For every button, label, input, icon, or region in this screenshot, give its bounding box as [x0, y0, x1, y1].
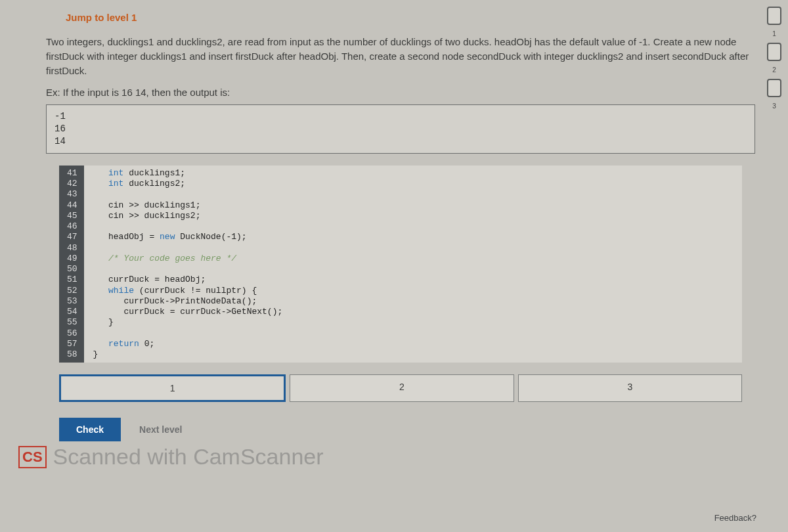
- example-output: -1 16 14: [46, 104, 755, 154]
- rail-label-3: 3: [772, 102, 776, 110]
- right-rail: 1 2 3: [767, 7, 781, 110]
- check-button[interactable]: Check: [59, 418, 121, 441]
- rail-box-2[interactable]: [767, 43, 781, 61]
- problem-instructions: Two integers, ducklings1 and ducklings2,…: [46, 35, 755, 78]
- feedback-link[interactable]: Feedback?: [714, 513, 756, 523]
- line-number-gutter: 41 42 43 44 45 46 47 48 49 50 51 52 53 5…: [59, 166, 84, 363]
- example-label: Ex: If the input is 16 14, then the outp…: [46, 87, 755, 98]
- jump-to-level-link[interactable]: Jump to level 1: [46, 7, 755, 35]
- rail-label-1: 1: [772, 30, 776, 37]
- rail-label-2: 2: [772, 66, 776, 74]
- action-row: Check Next level: [59, 418, 755, 441]
- watermark-text: Scanned with CamScanner: [53, 444, 324, 470]
- camscanner-badge: CS: [18, 446, 47, 468]
- page-1-button[interactable]: 1: [59, 374, 286, 402]
- rail-box-1[interactable]: [767, 7, 781, 25]
- pagination: 1 2 3: [59, 374, 742, 402]
- code-editor[interactable]: 41 42 43 44 45 46 47 48 49 50 51 52 53 5…: [59, 166, 742, 363]
- page-3-button[interactable]: 3: [518, 374, 742, 402]
- main-content: Jump to level 1 Two integers, ducklings1…: [0, 0, 788, 448]
- rail-box-3[interactable]: [767, 79, 781, 97]
- code-area[interactable]: int ducklings1; int ducklings2; cin >> d…: [84, 166, 742, 363]
- page-2-button[interactable]: 2: [290, 374, 514, 402]
- watermark: CS Scanned with CamScanner: [18, 444, 788, 470]
- next-level-button[interactable]: Next level: [139, 424, 182, 435]
